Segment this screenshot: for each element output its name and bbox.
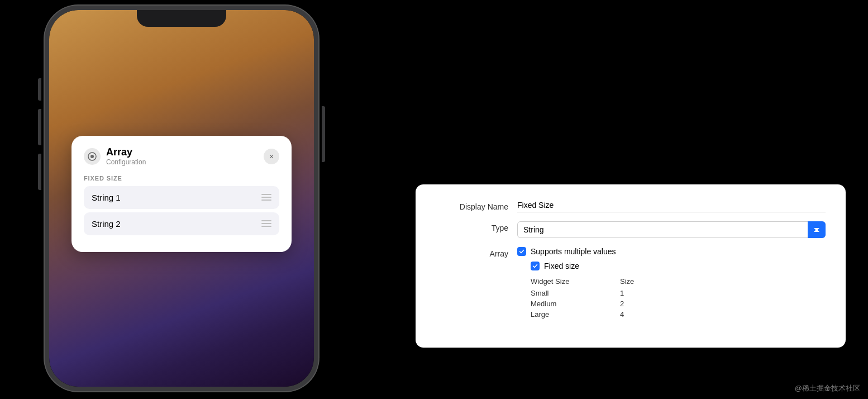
list-item: String 1: [84, 186, 279, 209]
phone-volume-down-button: [38, 154, 41, 190]
close-button[interactable]: ×: [264, 149, 279, 164]
small-label: Small: [531, 289, 620, 297]
fixed-size-row: Fixed size: [531, 262, 826, 270]
size-table: Widget Size Size Small 1 Medium 2 Large …: [531, 277, 826, 319]
widget-title: Array: [106, 147, 146, 158]
type-row: Type String Integer Boolean Double: [436, 221, 826, 238]
list-item-label: String 2: [92, 219, 121, 229]
size-header: Size: [620, 277, 665, 286]
display-name-value: [517, 200, 826, 212]
display-name-input[interactable]: [517, 201, 826, 212]
fixed-size-checkbox[interactable]: [531, 262, 540, 270]
widget-subtitle: Configuration: [106, 158, 146, 166]
type-select-container: String Integer Boolean Double: [517, 221, 826, 238]
widget-size-header: Widget Size: [531, 277, 620, 286]
list-item: String 2: [84, 212, 279, 235]
display-name-row: Display Name: [436, 200, 826, 212]
list-item-label: String 1: [92, 193, 121, 202]
svg-point-1: [90, 155, 94, 158]
drag-icon: [261, 220, 271, 227]
array-options: Supports multiple values Fixed size Widg…: [517, 247, 826, 321]
watermark: @稀土掘金技术社区: [795, 383, 860, 393]
supports-multiple-checkbox[interactable]: [517, 247, 526, 256]
table-header: Widget Size Size: [531, 277, 826, 286]
medium-size: 2: [620, 300, 665, 308]
fixed-size-label: Fixed size: [544, 262, 579, 270]
widget-header: Array Configuration ×: [84, 147, 279, 166]
small-size: 1: [620, 289, 665, 297]
type-select-wrapper: String Integer Boolean Double: [517, 221, 826, 238]
table-row: Medium 2: [531, 300, 826, 308]
array-label: Array: [436, 247, 508, 258]
widget-icon: [84, 148, 101, 165]
widget-card: Array Configuration × FIXED SIZE String …: [71, 136, 292, 252]
widget-title-text: Array Configuration: [106, 147, 146, 166]
phone-body: Array Configuration × FIXED SIZE String …: [45, 6, 318, 391]
table-row: Small 1: [531, 289, 826, 297]
widget-title-group: Array Configuration: [84, 147, 146, 166]
phone: Array Configuration × FIXED SIZE String …: [45, 6, 318, 391]
phone-silent-button: [38, 78, 41, 101]
phone-notch: [137, 10, 226, 27]
type-label: Type: [436, 221, 508, 232]
configuration-panel: Display Name Type String Integer Boolean…: [416, 184, 846, 348]
phone-volume-up-button: [38, 109, 41, 145]
large-size: 4: [620, 310, 665, 319]
medium-label: Medium: [531, 300, 620, 308]
display-name-label: Display Name: [436, 200, 508, 211]
supports-multiple-label: Supports multiple values: [531, 247, 616, 256]
phone-power-button: [322, 106, 325, 162]
supports-multiple-row: Supports multiple values: [517, 247, 826, 256]
section-label: FIXED SIZE: [84, 175, 279, 182]
array-row: Array Supports multiple values Fixed: [436, 247, 826, 321]
large-label: Large: [531, 310, 620, 319]
table-row: Large 4: [531, 310, 826, 319]
type-select[interactable]: String Integer Boolean Double: [517, 221, 826, 238]
drag-icon: [261, 194, 271, 201]
